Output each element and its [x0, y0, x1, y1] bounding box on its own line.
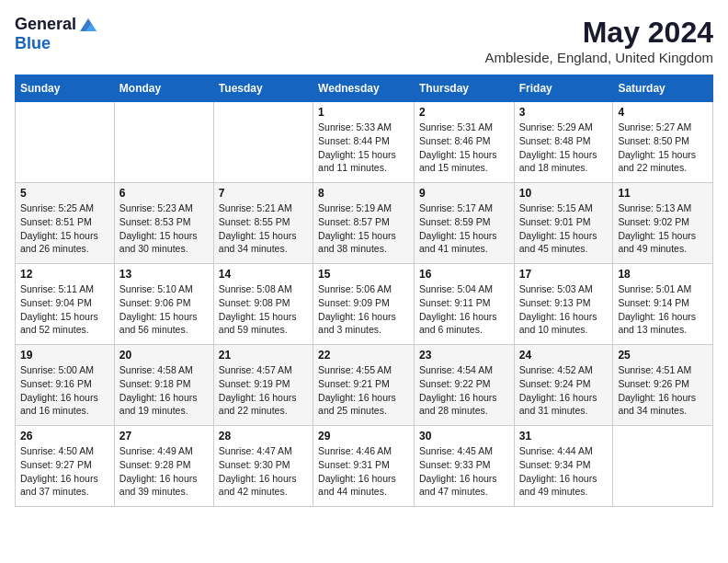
week-row-4: 19Sunrise: 5:00 AM Sunset: 9:16 PM Dayli… — [16, 345, 713, 426]
day-header-wednesday: Wednesday — [313, 75, 415, 102]
calendar-cell: 16Sunrise: 5:04 AM Sunset: 9:11 PM Dayli… — [414, 264, 514, 345]
calendar-cell: 5Sunrise: 5:25 AM Sunset: 8:51 PM Daylig… — [16, 183, 115, 264]
day-info: Sunrise: 4:57 AM Sunset: 9:19 PM Dayligh… — [219, 363, 308, 418]
day-number: 22 — [318, 349, 409, 362]
day-info: Sunrise: 5:01 AM Sunset: 9:14 PM Dayligh… — [618, 282, 708, 337]
day-info: Sunrise: 5:13 AM Sunset: 9:02 PM Dayligh… — [618, 201, 708, 256]
day-info: Sunrise: 5:17 AM Sunset: 8:59 PM Dayligh… — [419, 201, 509, 256]
day-number: 15 — [318, 268, 409, 281]
day-info: Sunrise: 5:03 AM Sunset: 9:13 PM Dayligh… — [519, 282, 609, 337]
week-row-5: 26Sunrise: 4:50 AM Sunset: 9:27 PM Dayli… — [16, 426, 713, 507]
calendar-cell: 9Sunrise: 5:17 AM Sunset: 8:59 PM Daylig… — [414, 183, 514, 264]
day-info: Sunrise: 4:49 AM Sunset: 9:28 PM Dayligh… — [119, 444, 209, 499]
day-number: 18 — [618, 268, 708, 281]
calendar-cell: 30Sunrise: 4:45 AM Sunset: 9:33 PM Dayli… — [414, 426, 514, 507]
week-row-3: 12Sunrise: 5:11 AM Sunset: 9:04 PM Dayli… — [16, 264, 713, 345]
logo: General Blue — [15, 15, 98, 53]
day-info: Sunrise: 5:31 AM Sunset: 8:46 PM Dayligh… — [419, 121, 509, 175]
day-info: Sunrise: 4:52 AM Sunset: 9:24 PM Dayligh… — [519, 363, 609, 418]
day-number: 19 — [20, 349, 109, 362]
day-number: 11 — [618, 187, 708, 200]
day-number: 12 — [20, 268, 109, 281]
day-number: 7 — [219, 187, 308, 200]
day-info: Sunrise: 5:25 AM Sunset: 8:51 PM Dayligh… — [20, 201, 109, 256]
calendar-cell: 29Sunrise: 4:46 AM Sunset: 9:31 PM Dayli… — [313, 426, 415, 507]
day-info: Sunrise: 4:46 AM Sunset: 9:31 PM Dayligh… — [318, 444, 409, 499]
header-row: SundayMondayTuesdayWednesdayThursdayFrid… — [16, 75, 713, 102]
main-title: May 2024 — [485, 15, 713, 50]
day-info: Sunrise: 4:45 AM Sunset: 9:33 PM Dayligh… — [419, 444, 509, 499]
calendar-cell: 12Sunrise: 5:11 AM Sunset: 9:04 PM Dayli… — [16, 264, 115, 345]
day-number: 10 — [519, 187, 609, 200]
subtitle: Ambleside, England, United Kingdom — [485, 50, 713, 65]
calendar-cell: 31Sunrise: 4:44 AM Sunset: 9:34 PM Dayli… — [514, 426, 613, 507]
calendar-cell: 25Sunrise: 4:51 AM Sunset: 9:26 PM Dayli… — [613, 345, 713, 426]
day-header-sunday: Sunday — [16, 75, 115, 102]
day-number: 24 — [519, 349, 609, 362]
calendar-cell: 17Sunrise: 5:03 AM Sunset: 9:13 PM Dayli… — [514, 264, 613, 345]
day-number: 4 — [618, 106, 708, 119]
day-info: Sunrise: 5:06 AM Sunset: 9:09 PM Dayligh… — [318, 282, 409, 337]
calendar-cell: 18Sunrise: 5:01 AM Sunset: 9:14 PM Dayli… — [613, 264, 713, 345]
day-header-tuesday: Tuesday — [213, 75, 313, 102]
day-header-saturday: Saturday — [613, 75, 713, 102]
calendar-cell: 4Sunrise: 5:27 AM Sunset: 8:50 PM Daylig… — [613, 102, 713, 183]
calendar-cell — [16, 102, 115, 183]
logo-blue: Blue — [15, 35, 98, 53]
calendar-cell: 14Sunrise: 5:08 AM Sunset: 9:08 PM Dayli… — [213, 264, 313, 345]
day-info: Sunrise: 4:55 AM Sunset: 9:21 PM Dayligh… — [318, 363, 409, 418]
day-header-monday: Monday — [114, 75, 213, 102]
day-info: Sunrise: 5:10 AM Sunset: 9:06 PM Dayligh… — [119, 282, 209, 337]
calendar-cell: 1Sunrise: 5:33 AM Sunset: 8:44 PM Daylig… — [313, 102, 415, 183]
calendar-cell: 3Sunrise: 5:29 AM Sunset: 8:48 PM Daylig… — [514, 102, 613, 183]
calendar-cell: 8Sunrise: 5:19 AM Sunset: 8:57 PM Daylig… — [313, 183, 415, 264]
day-info: Sunrise: 5:11 AM Sunset: 9:04 PM Dayligh… — [20, 282, 109, 337]
day-info: Sunrise: 4:54 AM Sunset: 9:22 PM Dayligh… — [419, 363, 509, 418]
title-block: May 2024 Ambleside, England, United King… — [485, 15, 713, 65]
day-number: 21 — [219, 349, 308, 362]
day-number: 1 — [318, 106, 409, 119]
calendar-cell: 23Sunrise: 4:54 AM Sunset: 9:22 PM Dayli… — [414, 345, 514, 426]
day-header-thursday: Thursday — [414, 75, 514, 102]
day-number: 17 — [519, 268, 609, 281]
day-number: 13 — [119, 268, 209, 281]
calendar-cell: 19Sunrise: 5:00 AM Sunset: 9:16 PM Dayli… — [16, 345, 115, 426]
calendar-cell: 27Sunrise: 4:49 AM Sunset: 9:28 PM Dayli… — [114, 426, 213, 507]
day-info: Sunrise: 4:44 AM Sunset: 9:34 PM Dayligh… — [519, 444, 609, 499]
calendar-cell: 11Sunrise: 5:13 AM Sunset: 9:02 PM Dayli… — [613, 183, 713, 264]
day-number: 30 — [419, 430, 509, 442]
calendar-cell: 15Sunrise: 5:06 AM Sunset: 9:09 PM Dayli… — [313, 264, 415, 345]
day-info: Sunrise: 5:15 AM Sunset: 9:01 PM Dayligh… — [519, 201, 609, 256]
calendar-cell: 21Sunrise: 4:57 AM Sunset: 9:19 PM Dayli… — [213, 345, 313, 426]
day-info: Sunrise: 5:29 AM Sunset: 8:48 PM Dayligh… — [519, 121, 609, 175]
calendar-cell: 6Sunrise: 5:23 AM Sunset: 8:53 PM Daylig… — [114, 183, 213, 264]
calendar-table: SundayMondayTuesdayWednesdayThursdayFrid… — [15, 75, 713, 507]
day-number: 26 — [20, 430, 109, 442]
day-info: Sunrise: 4:58 AM Sunset: 9:18 PM Dayligh… — [119, 363, 209, 418]
day-number: 29 — [318, 430, 409, 442]
calendar-cell: 2Sunrise: 5:31 AM Sunset: 8:46 PM Daylig… — [414, 102, 514, 183]
day-info: Sunrise: 4:50 AM Sunset: 9:27 PM Dayligh… — [20, 444, 109, 499]
day-number: 6 — [119, 187, 209, 200]
calendar-cell: 10Sunrise: 5:15 AM Sunset: 9:01 PM Dayli… — [514, 183, 613, 264]
calendar-cell: 7Sunrise: 5:21 AM Sunset: 8:55 PM Daylig… — [213, 183, 313, 264]
day-number: 27 — [119, 430, 209, 442]
day-info: Sunrise: 5:04 AM Sunset: 9:11 PM Dayligh… — [419, 282, 509, 337]
day-number: 23 — [419, 349, 509, 362]
logo-icon — [78, 15, 98, 35]
day-info: Sunrise: 5:21 AM Sunset: 8:55 PM Dayligh… — [219, 201, 308, 256]
day-number: 25 — [618, 349, 708, 362]
calendar-cell: 28Sunrise: 4:47 AM Sunset: 9:30 PM Dayli… — [213, 426, 313, 507]
calendar-cell: 13Sunrise: 5:10 AM Sunset: 9:06 PM Dayli… — [114, 264, 213, 345]
calendar-cell — [114, 102, 213, 183]
header: General Blue May 2024 Ambleside, England… — [15, 15, 713, 65]
day-info: Sunrise: 5:00 AM Sunset: 9:16 PM Dayligh… — [20, 363, 109, 418]
day-number: 2 — [419, 106, 509, 119]
day-info: Sunrise: 4:47 AM Sunset: 9:30 PM Dayligh… — [219, 444, 308, 499]
day-number: 16 — [419, 268, 509, 281]
calendar-cell — [613, 426, 713, 507]
calendar-cell: 24Sunrise: 4:52 AM Sunset: 9:24 PM Dayli… — [514, 345, 613, 426]
day-info: Sunrise: 5:27 AM Sunset: 8:50 PM Dayligh… — [618, 121, 708, 175]
day-header-friday: Friday — [514, 75, 613, 102]
day-number: 14 — [219, 268, 308, 281]
